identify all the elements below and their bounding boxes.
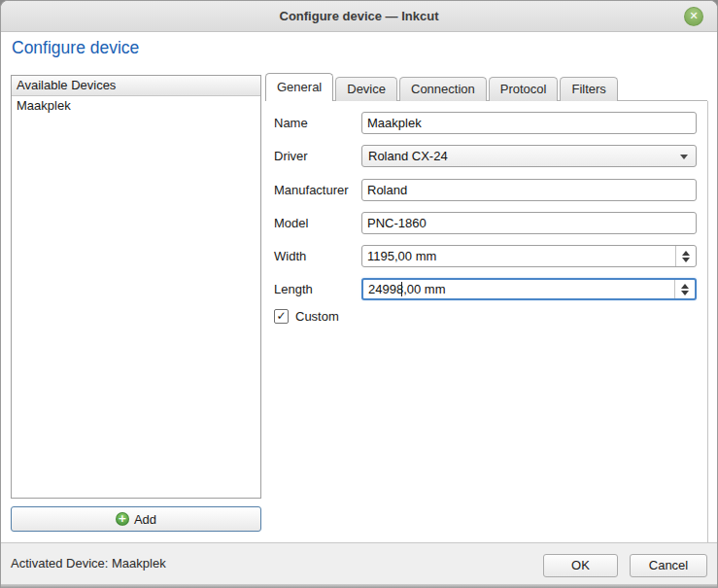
name-field <box>361 112 697 134</box>
custom-checkbox-label: Custom <box>295 309 339 324</box>
length-input[interactable] <box>363 280 674 298</box>
tab-protocol[interactable]: Protocol <box>489 77 559 101</box>
spin-up-icon[interactable] <box>681 284 689 289</box>
window-bottom-edge <box>1 584 717 588</box>
titlebar[interactable]: Configure device — Inkcut ✕ <box>1 1 717 32</box>
form-row-name: Name <box>274 112 697 134</box>
model-label: Model <box>274 212 308 234</box>
configure-device-dialog: Configure device — Inkcut ✕ Configure de… <box>0 0 718 588</box>
width-spinbox <box>361 245 697 267</box>
length-spin-buttons[interactable] <box>674 280 695 298</box>
checkmark-icon: ✓ <box>276 309 286 323</box>
spin-down-icon[interactable] <box>681 291 689 295</box>
tab-filters[interactable]: Filters <box>560 77 617 101</box>
model-field <box>361 212 697 234</box>
device-list-item[interactable]: Maakplek <box>12 96 260 116</box>
manufacturer-label: Manufacturer <box>274 179 349 201</box>
width-label: Width <box>274 245 306 267</box>
custom-checkbox-row: ✓ Custom <box>274 308 339 325</box>
form-row-driver: Driver Roland CX-24 <box>274 145 697 167</box>
plus-circle-icon: + <box>116 512 129 526</box>
spin-up-icon[interactable] <box>682 251 690 256</box>
tab-bar: General Device Connection Protocol Filte… <box>265 73 620 101</box>
ok-button[interactable]: OK <box>543 554 618 577</box>
length-label: Length <box>274 278 313 300</box>
form-row-length: Length <box>274 278 697 300</box>
name-input[interactable] <box>362 113 696 133</box>
cancel-button[interactable]: Cancel <box>630 554 707 577</box>
add-device-button[interactable]: + Add <box>11 506 261 532</box>
dropdown-arrow-icon <box>680 155 688 159</box>
spin-down-icon[interactable] <box>682 258 690 262</box>
model-input[interactable] <box>362 213 696 233</box>
length-spinbox <box>361 278 697 300</box>
tab-connection[interactable]: Connection <box>399 77 487 101</box>
devices-list-header: Available Devices <box>12 76 260 96</box>
window-title: Configure device — Inkcut <box>1 1 717 32</box>
tab-device[interactable]: Device <box>335 77 397 101</box>
tab-general[interactable]: General <box>265 73 333 101</box>
content-area-right-border <box>707 101 708 542</box>
available-devices-list: Available Devices Maakplek <box>11 75 261 499</box>
driver-select[interactable]: Roland CX-24 <box>361 145 697 167</box>
close-icon: ✕ <box>689 10 698 22</box>
width-spin-buttons[interactable] <box>675 246 696 266</box>
text-caret <box>401 282 402 296</box>
width-input[interactable] <box>362 246 675 266</box>
close-button[interactable]: ✕ <box>684 7 703 26</box>
driver-selected-value: Roland CX-24 <box>368 146 448 166</box>
manufacturer-input[interactable] <box>362 180 696 200</box>
form-row-model: Model <box>274 212 697 234</box>
driver-label: Driver <box>274 145 308 167</box>
custom-checkbox[interactable]: ✓ <box>274 309 289 324</box>
form-row-manufacturer: Manufacturer <box>274 179 697 201</box>
activated-device-status: Activated Device: Maakplek <box>11 543 166 584</box>
name-label: Name <box>274 112 308 134</box>
form-row-width: Width <box>274 245 697 267</box>
footer-bar: Activated Device: Maakplek OK Cancel <box>1 543 717 588</box>
manufacturer-field <box>361 179 697 201</box>
page-title: Configure device <box>12 38 139 58</box>
add-button-label: Add <box>134 512 156 527</box>
